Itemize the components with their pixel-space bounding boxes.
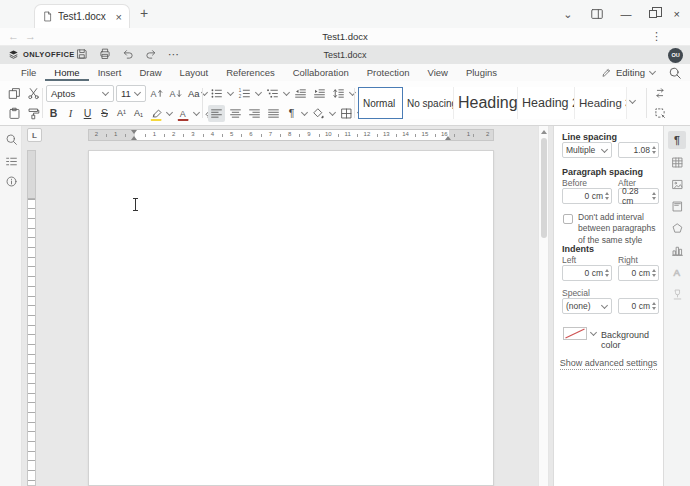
borders-button[interactable] [338, 105, 355, 122]
cut-button[interactable] [25, 85, 42, 102]
shading-button[interactable] [310, 105, 327, 122]
spinner-arrows-icon[interactable] [605, 192, 609, 200]
special-dropdown[interactable]: (none) [562, 298, 612, 314]
menu-tab-references[interactable]: References [217, 64, 284, 81]
background-color-picker[interactable] [563, 327, 597, 340]
new-tab-button[interactable]: + [140, 5, 148, 21]
tab-stop-selector[interactable]: L [27, 128, 42, 142]
menu-tab-collaboration[interactable]: Collaboration [284, 64, 358, 81]
vertical-scrollbar[interactable] [538, 126, 549, 486]
table-settings-icon[interactable] [668, 153, 686, 171]
decrement-font-size-button[interactable]: A [167, 85, 184, 102]
chevron-down-icon[interactable] [102, 90, 109, 97]
menu-tab-draw[interactable]: Draw [130, 64, 170, 81]
format-painter-button[interactable] [25, 105, 42, 122]
scroll-up-arrow-icon[interactable] [541, 130, 547, 134]
chevron-down-icon[interactable] [255, 90, 262, 97]
navigation-icon[interactable] [4, 154, 18, 168]
style-no-spacing[interactable]: No spacing [403, 87, 454, 119]
menu-tab-insert[interactable]: Insert [89, 64, 131, 81]
increment-font-size-button[interactable]: A [148, 85, 165, 102]
strikethrough-button[interactable]: S [97, 105, 112, 122]
chevron-down-icon[interactable] [134, 90, 141, 97]
document-tab[interactable]: Test1.docx × [34, 4, 130, 28]
chevron-down-icon[interactable] [283, 90, 290, 97]
line-spacing-dropdown[interactable]: Multiple [562, 142, 612, 158]
chevron-down-icon[interactable] [329, 110, 336, 117]
style-heading2[interactable]: Heading 2 [518, 87, 575, 119]
select-all-button[interactable] [651, 105, 668, 122]
about-icon[interactable] [4, 174, 18, 188]
menu-tab-protection[interactable]: Protection [358, 64, 419, 81]
line-spacing-spinner[interactable]: 1.08 [618, 142, 659, 158]
window-close-icon[interactable]: × [674, 8, 680, 20]
redo-icon[interactable] [145, 48, 157, 60]
chart-settings-icon[interactable] [668, 241, 686, 259]
avatar[interactable]: OU [668, 48, 683, 63]
bullet-list-button[interactable] [208, 85, 225, 102]
document-page[interactable] [88, 150, 494, 486]
find-icon[interactable] [4, 132, 18, 146]
menu-tab-plugins[interactable]: Plugins [457, 64, 506, 81]
align-right-button[interactable] [246, 105, 263, 122]
bold-button[interactable]: B [46, 105, 61, 122]
decrease-indent-button[interactable] [292, 85, 309, 102]
nonprinting-characters-button[interactable]: ¶ [284, 105, 299, 122]
special-spinner[interactable]: 0 cm [618, 298, 659, 314]
spinner-arrows-icon[interactable] [605, 269, 609, 277]
advanced-settings-link[interactable]: Show advanced settings [554, 358, 663, 368]
print-icon[interactable] [99, 48, 111, 60]
no-interval-checkbox[interactable] [563, 214, 573, 224]
menu-tab-home[interactable]: Home [45, 64, 88, 81]
left-indent-marker[interactable] [131, 136, 137, 140]
vertical-ruler[interactable] [27, 150, 36, 486]
spinner-arrows-icon[interactable] [652, 269, 656, 277]
spinner-arrows-icon[interactable] [652, 192, 656, 200]
menu-tab-layout[interactable]: Layout [171, 64, 218, 81]
menu-tab-file[interactable]: File [12, 64, 45, 81]
font-size-combobox[interactable]: 11 [116, 85, 146, 102]
change-case-button[interactable]: Aa [186, 85, 210, 102]
italic-button[interactable]: I [63, 105, 78, 122]
multilevel-list-button[interactable] [264, 85, 281, 102]
scrollbar-thumb[interactable] [541, 138, 547, 238]
align-left-button[interactable] [208, 105, 225, 122]
customize-quick-access-icon[interactable]: ⋯ [168, 49, 179, 59]
shape-settings-icon[interactable] [668, 219, 686, 237]
chevron-down-icon[interactable] [301, 110, 308, 117]
save-icon[interactable] [76, 48, 88, 60]
image-settings-icon[interactable] [668, 175, 686, 193]
increase-indent-button[interactable] [311, 85, 328, 102]
spacing-after-spinner[interactable]: 0.28 cm [618, 188, 659, 204]
style-heading1[interactable]: Heading 1 [454, 87, 518, 119]
chevron-down-icon[interactable] [227, 90, 234, 97]
highlight-color-button[interactable] [148, 105, 164, 122]
paste-button[interactable] [6, 105, 23, 122]
indent-right-spinner[interactable]: 0 cm [618, 265, 659, 281]
style-heading3[interactable]: Heading 3 [575, 87, 627, 119]
first-line-indent-marker[interactable] [131, 130, 137, 134]
kebab-menu-icon[interactable]: ⋮ [651, 30, 662, 43]
indent-left-spinner[interactable]: 0 cm [562, 265, 612, 281]
search-icon[interactable] [668, 66, 682, 80]
chevron-down-icon[interactable] [193, 110, 200, 117]
restore-icon[interactable] [649, 8, 657, 20]
spinner-arrows-icon[interactable] [652, 146, 656, 154]
subscript-button[interactable]: A₁ [131, 105, 146, 122]
header-footer-settings-icon[interactable] [668, 197, 686, 215]
justify-button[interactable] [265, 105, 282, 122]
replace-button[interactable] [651, 85, 668, 102]
side-panel-icon[interactable] [590, 7, 604, 21]
spinner-arrows-icon[interactable] [652, 302, 656, 310]
menu-tab-view[interactable]: View [418, 64, 456, 81]
align-center-button[interactable] [227, 105, 244, 122]
superscript-button[interactable]: A¹ [114, 105, 129, 122]
minimize-icon[interactable]: — [621, 8, 632, 20]
chevron-down-icon[interactable] [166, 110, 173, 117]
spacing-before-spinner[interactable]: 0 cm [562, 188, 612, 204]
tab-close-icon[interactable]: × [116, 11, 122, 23]
horizontal-ruler[interactable]: 211234567891011121314151612 [88, 129, 494, 141]
tab-list-chevron-icon[interactable]: ⌄ [563, 8, 572, 21]
signature-settings-icon[interactable] [668, 285, 686, 303]
undo-icon[interactable] [122, 48, 134, 60]
